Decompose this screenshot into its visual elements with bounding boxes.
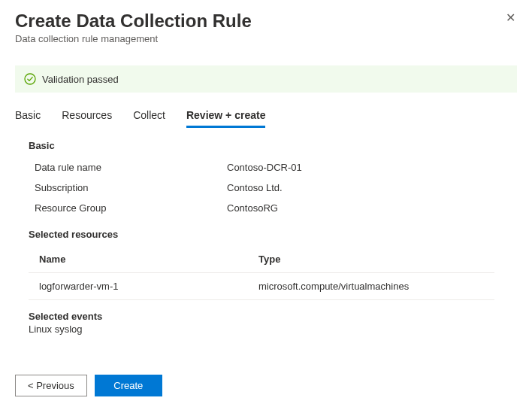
table-header-row: Name Type bbox=[29, 246, 494, 273]
page-title: Create Data Collection Rule bbox=[15, 11, 517, 32]
row-resource-group: Resource Group ContosoRG bbox=[29, 198, 517, 218]
section-events-title: Selected events bbox=[29, 311, 517, 322]
label-resource-group: Resource Group bbox=[35, 202, 227, 214]
events-value: Linux syslog bbox=[29, 323, 517, 335]
validation-message: Validation passed bbox=[42, 74, 119, 85]
check-circle-icon bbox=[24, 73, 36, 85]
svg-point-0 bbox=[25, 74, 35, 84]
row-subscription: Subscription Contoso Ltd. bbox=[29, 178, 517, 198]
value-resource-group: ContosoRG bbox=[227, 202, 278, 214]
value-subscription: Contoso Ltd. bbox=[227, 182, 283, 193]
footer-actions: < Previous Create bbox=[0, 364, 532, 410]
review-content: Basic Data rule name Contoso-DCR-01 Subs… bbox=[0, 128, 532, 335]
label-data-rule-name: Data rule name bbox=[35, 162, 227, 173]
tab-resources[interactable]: Resources bbox=[62, 109, 112, 128]
tab-bar: Basic Resources Collect Review + create bbox=[0, 93, 532, 128]
close-button[interactable]: ✕ bbox=[506, 12, 515, 24]
column-header-type: Type bbox=[258, 254, 494, 265]
resources-table: Name Type logforwarder-vm-1 microsoft.co… bbox=[29, 246, 494, 300]
page-subtitle: Data collection rule management bbox=[15, 33, 517, 44]
previous-button[interactable]: < Previous bbox=[15, 375, 87, 396]
section-resources-title: Selected resources bbox=[29, 229, 517, 240]
label-subscription: Subscription bbox=[35, 182, 227, 193]
create-button[interactable]: Create bbox=[95, 375, 162, 396]
table-row: logforwarder-vm-1 microsoft.compute/virt… bbox=[29, 273, 494, 300]
cell-resource-name: logforwarder-vm-1 bbox=[39, 281, 258, 292]
section-basic-title: Basic bbox=[29, 140, 517, 151]
tab-review-create[interactable]: Review + create bbox=[186, 109, 265, 128]
tab-collect[interactable]: Collect bbox=[133, 109, 165, 128]
value-data-rule-name: Contoso-DCR-01 bbox=[227, 162, 302, 173]
panel-header: Create Data Collection Rule Data collect… bbox=[0, 0, 532, 50]
tab-basic[interactable]: Basic bbox=[15, 109, 41, 128]
column-header-name: Name bbox=[39, 254, 258, 265]
validation-banner: Validation passed bbox=[15, 65, 517, 93]
cell-resource-type: microsoft.compute/virtualmachines bbox=[258, 281, 494, 292]
row-data-rule-name: Data rule name Contoso-DCR-01 bbox=[29, 157, 517, 178]
section-events: Selected events Linux syslog bbox=[29, 311, 517, 335]
close-icon: ✕ bbox=[506, 11, 515, 24]
